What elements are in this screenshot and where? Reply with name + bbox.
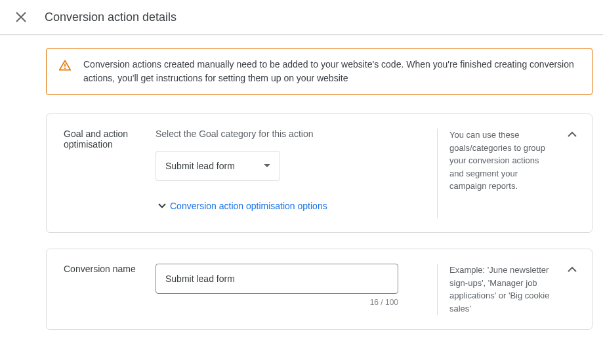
page-title: Conversion action details [45,10,177,24]
chevron-down-icon [158,203,166,209]
conversion-name-card: Conversion name 16 / 100 Example: 'June … [46,249,593,330]
goal-category-value: Submit lead form [165,161,235,171]
page-header: Conversion action details [0,0,603,35]
collapse-goal-button[interactable] [564,126,580,142]
caret-down-icon [264,164,270,168]
warning-alert: Conversion actions created manually need… [46,48,593,95]
goal-section-label: Goal and action optimisation [64,129,142,150]
close-icon [16,12,26,22]
goal-optimisation-card: Goal and action optimisation Select the … [46,113,593,233]
name-help-text: Example: 'June newsletter sign-ups', 'Ma… [437,264,575,315]
svg-rect-0 [64,64,66,67]
svg-rect-1 [64,68,66,69]
content-area: Conversion actions created manually need… [0,35,603,359]
optimisation-options-toggle[interactable]: Conversion action optimisation options [158,201,424,211]
conversion-name-input[interactable] [156,264,398,294]
warning-icon [58,59,72,85]
chevron-up-icon [568,266,577,272]
collapse-name-button[interactable] [564,261,580,277]
chevron-up-icon [568,131,577,137]
warning-text: Conversion actions created manually need… [83,58,580,85]
character-counter: 16 / 100 [156,298,398,307]
name-section-label: Conversion name [64,264,142,274]
close-button[interactable] [13,9,29,25]
goal-category-prompt: Select the Goal category for this action [156,129,424,139]
goal-help-text: You can use these goals/categories to gr… [437,129,575,218]
goal-category-select[interactable]: Submit lead form [156,151,280,181]
optimisation-options-label: Conversion action optimisation options [170,201,327,211]
